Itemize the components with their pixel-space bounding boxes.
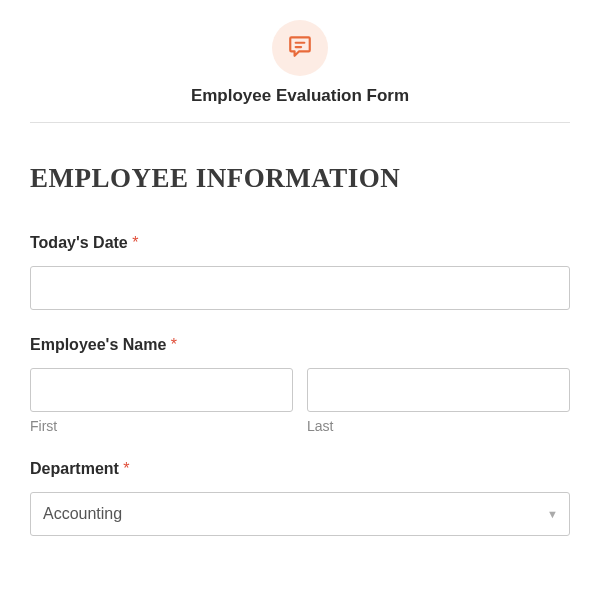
form-icon-circle xyxy=(272,20,328,76)
date-label-text: Today's Date xyxy=(30,234,128,251)
name-label-text: Employee's Name xyxy=(30,336,166,353)
department-select[interactable]: Accounting xyxy=(30,492,570,536)
required-marker: * xyxy=(171,336,177,353)
department-selected-value: Accounting xyxy=(43,505,122,523)
department-select-wrapper: Accounting ▼ xyxy=(30,492,570,536)
first-name-col: First xyxy=(30,368,293,434)
name-row: First Last xyxy=(30,368,570,434)
form-title: Employee Evaluation Form xyxy=(30,86,570,106)
field-department: Department * Accounting ▼ xyxy=(30,460,570,536)
department-label: Department * xyxy=(30,460,570,478)
first-name-sublabel: First xyxy=(30,418,293,434)
required-marker: * xyxy=(123,460,129,477)
date-label: Today's Date * xyxy=(30,234,570,252)
form-header: Employee Evaluation Form xyxy=(30,20,570,123)
section-heading: EMPLOYEE INFORMATION xyxy=(30,163,570,194)
required-marker: * xyxy=(132,234,138,251)
field-date: Today's Date * xyxy=(30,234,570,310)
last-name-input[interactable] xyxy=(307,368,570,412)
speech-bubble-icon xyxy=(287,33,313,63)
last-name-sublabel: Last xyxy=(307,418,570,434)
department-label-text: Department xyxy=(30,460,119,477)
last-name-col: Last xyxy=(307,368,570,434)
name-label: Employee's Name * xyxy=(30,336,570,354)
first-name-input[interactable] xyxy=(30,368,293,412)
field-name: Employee's Name * First Last xyxy=(30,336,570,434)
date-input[interactable] xyxy=(30,266,570,310)
